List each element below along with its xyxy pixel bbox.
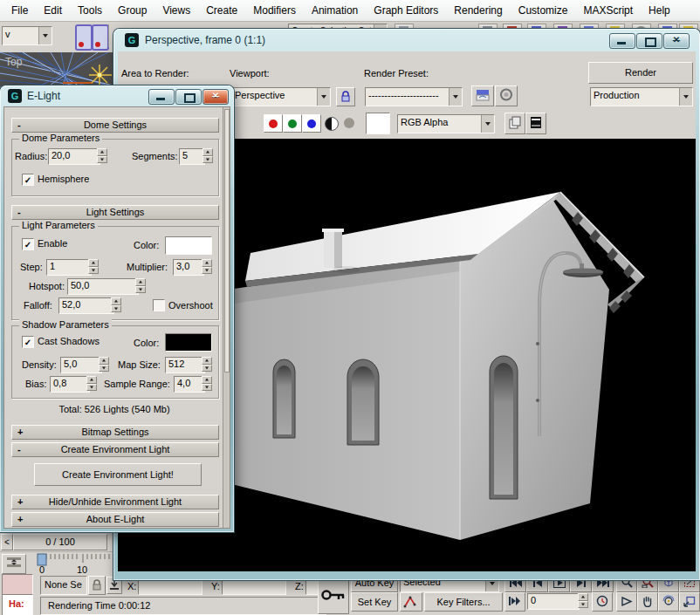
- maxscript-listener-pane[interactable]: Ha:: [2, 594, 33, 615]
- hotspot-spinner[interactable]: [135, 278, 146, 293]
- viewport-lock-button[interactable]: [336, 87, 355, 106]
- chevron-down-icon[interactable]: [679, 88, 692, 106]
- falloff-spinner[interactable]: [111, 297, 121, 312]
- menu-item-modifiers[interactable]: Modifiers: [245, 2, 304, 19]
- density-spinner[interactable]: [99, 357, 109, 372]
- walkthrough-button[interactable]: [616, 592, 637, 612]
- rollout-create-environment-light[interactable]: -Create Environment Light: [11, 442, 219, 457]
- y-coordinate-field[interactable]: [222, 578, 286, 595]
- render-preset-combo[interactable]: ----------------------: [365, 87, 463, 106]
- frame-spinner[interactable]: [578, 593, 588, 608]
- falloff-field[interactable]: 52,0: [58, 297, 114, 314]
- environment-settings-button[interactable]: [495, 85, 518, 106]
- render-mode-combo[interactable]: Production: [590, 87, 693, 106]
- step-spinner[interactable]: [88, 259, 99, 274]
- menu-item-help[interactable]: Help: [641, 2, 678, 19]
- time-configuration-button[interactable]: [592, 592, 613, 612]
- menu-item-maxscript[interactable]: MAXScript: [575, 2, 641, 19]
- radius-field[interactable]: 20,0: [48, 148, 100, 165]
- current-frame-field[interactable]: 0: [527, 593, 580, 610]
- segments-field[interactable]: 5: [179, 148, 205, 165]
- time-slider-handle[interactable]: 0 / 100: [13, 534, 107, 550]
- layers-display-button[interactable]: [525, 113, 546, 134]
- minimize-button[interactable]: [609, 33, 635, 49]
- toolbar-icon[interactable]: [75, 24, 93, 51]
- menu-item-tools[interactable]: Tools: [70, 2, 110, 19]
- set-keys-button[interactable]: [318, 577, 349, 614]
- x-coordinate-field[interactable]: [138, 578, 202, 595]
- light-color-swatch[interactable]: [165, 236, 212, 255]
- map-size-field[interactable]: 512: [165, 357, 205, 373]
- minimize-button[interactable]: [148, 89, 175, 105]
- background-color-swatch[interactable]: [366, 113, 390, 134]
- hemisphere-checkbox[interactable]: ✓: [22, 174, 34, 186]
- shadow-color-swatch[interactable]: [165, 333, 212, 352]
- mini-curve-editor-button[interactable]: [2, 554, 26, 574]
- channel-display-combo[interactable]: RGB Alpha: [397, 114, 495, 133]
- menu-item-file[interactable]: File: [3, 2, 36, 19]
- menu-item-group[interactable]: Group: [110, 2, 154, 19]
- selection-lock-button[interactable]: [88, 576, 106, 595]
- rollout-bitmap-settings[interactable]: +Bitmap Settings: [11, 425, 219, 440]
- toolbar-icon[interactable]: [92, 24, 109, 51]
- multiplier-field[interactable]: 3,0: [173, 259, 204, 276]
- maximize-button[interactable]: [636, 33, 662, 49]
- radius-spinner[interactable]: [97, 148, 107, 163]
- render-window-titlebar[interactable]: G Perspective, frame 0 (1:1) ✕: [113, 29, 700, 51]
- rollout-scrollbar[interactable]: [223, 107, 230, 528]
- chevron-down-icon[interactable]: [38, 27, 51, 44]
- chevron-down-icon[interactable]: [481, 115, 494, 133]
- menu-item-rendering[interactable]: Rendering: [446, 2, 510, 19]
- key-mode-toggle-button[interactable]: [504, 592, 525, 612]
- menu-item-edit[interactable]: Edit: [36, 2, 70, 19]
- green-channel-button[interactable]: [283, 114, 302, 133]
- map-size-spinner[interactable]: [202, 357, 212, 372]
- multiplier-spinner[interactable]: [202, 259, 212, 274]
- blue-channel-button[interactable]: [302, 114, 321, 133]
- chevron-down-icon[interactable]: [449, 88, 462, 106]
- sample-range-spinner[interactable]: [202, 376, 212, 391]
- named-selection-combo[interactable]: v: [2, 26, 52, 45]
- hotspot-field[interactable]: 50,0: [67, 278, 139, 295]
- time-slider-prev-button[interactable]: <: [1, 534, 13, 550]
- sample-range-field[interactable]: 4,0: [174, 376, 205, 393]
- render-button[interactable]: Render: [588, 62, 693, 84]
- new-key-settings-button[interactable]: [400, 592, 422, 612]
- step-field[interactable]: 1: [46, 259, 92, 276]
- density-field[interactable]: 5,0: [60, 357, 102, 373]
- render-setup-button[interactable]: [471, 85, 494, 106]
- red-channel-button[interactable]: [264, 114, 283, 133]
- rollout-about-elight[interactable]: +About E-Light: [11, 512, 219, 527]
- menu-item-create[interactable]: Create: [198, 2, 245, 19]
- maximize-viewport-button[interactable]: [679, 592, 700, 612]
- bias-field[interactable]: 0,8: [50, 376, 90, 393]
- set-key-button[interactable]: Set Key: [351, 592, 398, 612]
- overshoot-checkbox[interactable]: [153, 299, 165, 311]
- close-button[interactable]: ✕: [663, 33, 690, 49]
- macro-recorder-pane[interactable]: [2, 574, 33, 595]
- chevron-down-icon[interactable]: [317, 88, 330, 106]
- pan-button[interactable]: [637, 592, 658, 612]
- menu-item-graph-editors[interactable]: Graph Editors: [366, 2, 446, 19]
- monochrome-channel-button[interactable]: [325, 117, 339, 131]
- rollout-hide-unhide[interactable]: +Hide/Unhide Environment Light: [11, 495, 219, 509]
- alpha-channel-button[interactable]: [344, 118, 354, 128]
- enable-checkbox[interactable]: ✓: [22, 238, 34, 250]
- rollout-light-settings[interactable]: -Light Settings: [11, 205, 219, 220]
- menu-item-customize[interactable]: Customize: [511, 2, 576, 19]
- segments-spinner[interactable]: [202, 148, 213, 163]
- maximize-button[interactable]: [175, 89, 202, 105]
- clone-frame-button[interactable]: [504, 113, 525, 134]
- create-environment-light-button[interactable]: Create Environment Light!: [34, 463, 202, 486]
- rollout-dome-settings[interactable]: -Dome Settings: [11, 118, 219, 133]
- elight-titlebar[interactable]: G E-Light ✕: [0, 85, 234, 108]
- close-button[interactable]: ✕: [202, 89, 229, 105]
- viewport-combo[interactable]: Perspective: [231, 87, 331, 106]
- orbit-button[interactable]: [658, 592, 679, 612]
- bias-spinner[interactable]: [86, 376, 97, 391]
- cast-shadows-checkbox[interactable]: ✓: [22, 336, 34, 348]
- menu-item-animation[interactable]: Animation: [304, 2, 366, 19]
- menu-item-views[interactable]: Views: [154, 2, 198, 19]
- key-filters-button[interactable]: Key Filters...: [424, 592, 503, 612]
- scrollbar-thumb[interactable]: [224, 109, 230, 372]
